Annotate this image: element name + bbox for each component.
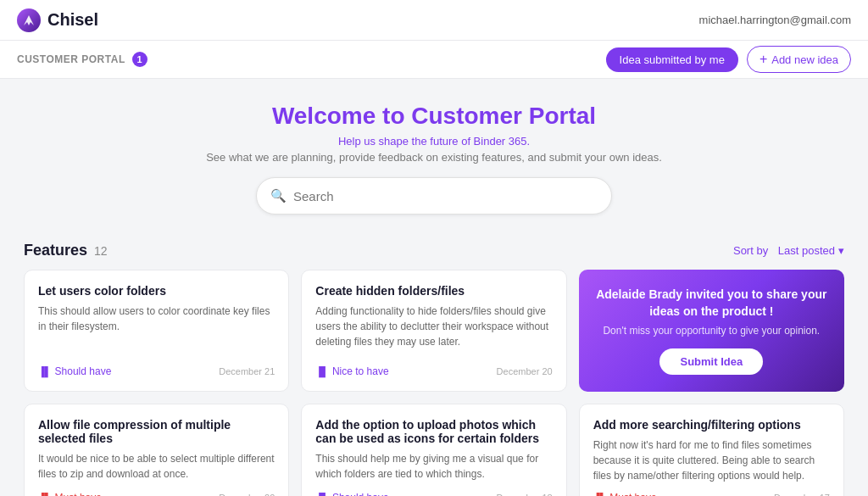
invite-card: Adelaide Brady invited you to share your… (579, 270, 844, 392)
search-input[interactable] (293, 189, 598, 203)
sort-by-label: Sort by (733, 244, 768, 257)
hero-title: Welcome to Customer Portal (17, 103, 851, 130)
top-nav: Chisel michael.harrington@gmail.com (0, 0, 868, 41)
feature-card-2[interactable]: Create hidden folders/files Adding funct… (301, 270, 566, 392)
card-tag: ▐▌ Must have (38, 492, 102, 496)
card-date: December 20 (497, 366, 553, 376)
card-footer: ▐▌ Must have December 20 (38, 492, 275, 496)
card-desc: Right now it's hard for me to find files… (593, 437, 830, 483)
sort-by-control[interactable]: Sort by Last posted ▾ (733, 244, 844, 257)
card-date: December 21 (219, 366, 275, 376)
card-desc: Adding functionality to hide folders/fil… (315, 304, 552, 349)
hero-title-prefix: Welcome to (272, 103, 411, 129)
chisel-logo-icon (17, 8, 41, 32)
features-header: Features 12 Sort by Last posted ▾ (24, 242, 844, 259)
idea-submitted-button[interactable]: Idea submitted by me (606, 47, 738, 72)
hero-section: Welcome to Customer Portal Help us shape… (0, 79, 868, 228)
bar-chart-icon: ▐▌ (315, 366, 329, 376)
search-container: 🔍 (17, 177, 851, 215)
card-tag: ▐▌ Must have (593, 492, 657, 496)
bar-chart-icon: ▐▌ (593, 493, 607, 496)
features-label: Features (24, 242, 87, 259)
feature-card-1[interactable]: Let users color folders This should allo… (24, 270, 289, 392)
bar-chart-icon: ▐▌ (315, 493, 329, 496)
hero-sub1-prefix: Help us shape the future of (338, 135, 474, 148)
hero-sub1: Help us shape the future of Binder 365. (17, 135, 851, 148)
hero-sub2: See what we are planning, provide feedba… (17, 151, 851, 164)
tag-label: Should have (55, 365, 112, 377)
card-tag: ▐▌ Should have (38, 365, 111, 377)
card-date: December 17 (774, 493, 830, 496)
sub-header-actions: Idea submitted by me + Add new idea (606, 46, 851, 73)
card-title: Add more searching/filtering options (593, 418, 830, 432)
feature-card-5[interactable]: Add the option to upload photos which ca… (301, 404, 566, 496)
add-idea-label: Add new idea (771, 53, 838, 66)
card-tag: ▐▌ Nice to have (315, 365, 388, 377)
search-icon: 🔍 (270, 188, 287, 203)
plus-icon: + (760, 52, 767, 67)
tag-label: Must have (55, 492, 102, 496)
features-title: Features 12 (24, 242, 108, 259)
sub-header: CUSTOMER PORTAL 1 Idea submitted by me +… (0, 41, 868, 79)
card-title: Create hidden folders/files (315, 284, 552, 298)
portal-label-area: CUSTOMER PORTAL 1 (17, 52, 147, 67)
portal-badge: 1 (132, 52, 147, 67)
hero-sub1-highlight: Binder 365. (474, 135, 531, 148)
tag-label: Must have (609, 492, 656, 496)
card-title: Let users color folders (38, 284, 275, 298)
tag-label: Should have (332, 492, 389, 496)
card-desc: It would be nice to be able to select mu… (38, 451, 275, 482)
card-date: December 20 (219, 493, 275, 496)
logo-area: Chisel (17, 8, 98, 32)
card-tag: ▐▌ Should have (315, 492, 388, 496)
add-new-idea-button[interactable]: + Add new idea (747, 46, 851, 73)
card-title: Allow file compression of multiple selec… (38, 418, 275, 445)
card-footer: ▐▌ Nice to have December 20 (315, 365, 552, 377)
card-footer: ▐▌ Should have December 21 (38, 365, 275, 377)
chevron-down-icon: ▾ (838, 244, 844, 257)
card-footer: ▐▌ Should have December 18 (315, 492, 552, 496)
card-title: Add the option to upload photos which ca… (315, 418, 552, 445)
invite-sub: Don't miss your opportunity to give your… (603, 325, 820, 337)
card-desc: This should allow users to color coordin… (38, 304, 275, 334)
user-email: michael.harrington@gmail.com (699, 14, 851, 26)
logo-text: Chisel (47, 10, 98, 30)
submit-idea-button[interactable]: Submit Idea (659, 348, 763, 375)
search-box[interactable]: 🔍 (256, 177, 612, 215)
bar-chart-icon: ▐▌ (38, 366, 52, 376)
features-section: Features 12 Sort by Last posted ▾ Let us… (0, 228, 868, 496)
features-count: 12 (94, 244, 108, 258)
bar-chart-icon: ▐▌ (38, 493, 52, 496)
card-footer: ▐▌ Must have December 17 (593, 492, 830, 496)
feature-card-4[interactable]: Allow file compression of multiple selec… (24, 404, 289, 496)
tag-label: Nice to have (332, 365, 389, 377)
portal-label-text: CUSTOMER PORTAL (17, 53, 125, 65)
invite-title: Adelaide Brady invited you to share your… (593, 287, 831, 320)
card-desc: This should help me by giving me a visua… (315, 451, 552, 482)
card-date: December 18 (497, 493, 553, 496)
sort-by-value: Last posted (778, 244, 835, 257)
hero-title-highlight: Customer Portal (411, 103, 596, 129)
feature-card-6[interactable]: Add more searching/filtering options Rig… (579, 404, 844, 496)
cards-grid: Let users color folders This should allo… (24, 270, 844, 496)
